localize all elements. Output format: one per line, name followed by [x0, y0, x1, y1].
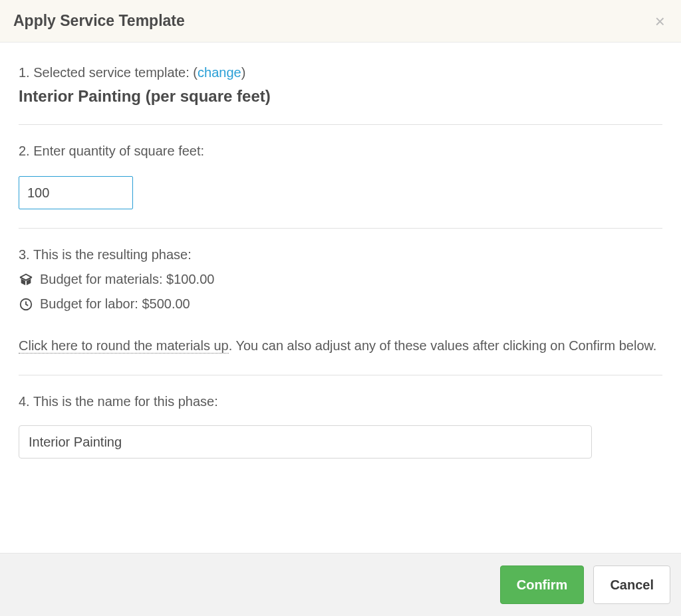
step4-label: 4. This is the name for this phase: [19, 394, 662, 409]
divider [19, 375, 662, 375]
materials-label: Budget for materials: [40, 272, 166, 286]
materials-value: $100.00 [166, 272, 214, 286]
change-template-link[interactable]: change [198, 65, 241, 80]
divider [19, 228, 662, 229]
apply-service-template-modal: Apply Service Template × 1. Selected ser… [0, 0, 681, 616]
clock-icon [19, 297, 33, 312]
quantity-input[interactable] [19, 176, 133, 209]
step1-label-suffix: ) [241, 65, 246, 80]
step1-label-line: 1. Selected service template: (change) [19, 65, 662, 80]
modal-footer: Confirm Cancel [0, 553, 681, 616]
modal-body: 1. Selected service template: (change) I… [0, 43, 681, 553]
round-materials-rest: . You can also adjust any of these value… [229, 338, 657, 353]
round-materials-link[interactable]: Click here to round the materials up [19, 338, 229, 354]
close-button[interactable]: × [652, 13, 668, 30]
materials-budget-text: Budget for materials: $100.00 [40, 272, 214, 287]
labor-value: $500.00 [142, 296, 190, 311]
step2-label: 2. Enter quantity of square feet: [19, 144, 662, 159]
close-icon: × [655, 11, 665, 31]
materials-budget-row: Budget for materials: $100.00 [19, 272, 662, 287]
modal-header: Apply Service Template × [0, 0, 681, 43]
labor-budget-row: Budget for labor: $500.00 [19, 296, 662, 312]
box-icon [19, 272, 33, 287]
cancel-button[interactable]: Cancel [593, 565, 670, 604]
step1-label-prefix: 1. Selected service template: ( [19, 65, 198, 80]
modal-title: Apply Service Template [13, 12, 185, 30]
phase-name-input[interactable] [19, 425, 592, 459]
divider [19, 124, 662, 125]
selected-template-name: Interior Painting (per square feet) [19, 87, 662, 106]
step3-label: 3. This is the resulting phase: [19, 247, 662, 262]
round-materials-text: Click here to round the materials up. Yo… [19, 336, 662, 356]
labor-label: Budget for labor: [40, 296, 142, 311]
confirm-button[interactable]: Confirm [500, 565, 585, 604]
labor-budget-text: Budget for labor: $500.00 [40, 296, 190, 312]
